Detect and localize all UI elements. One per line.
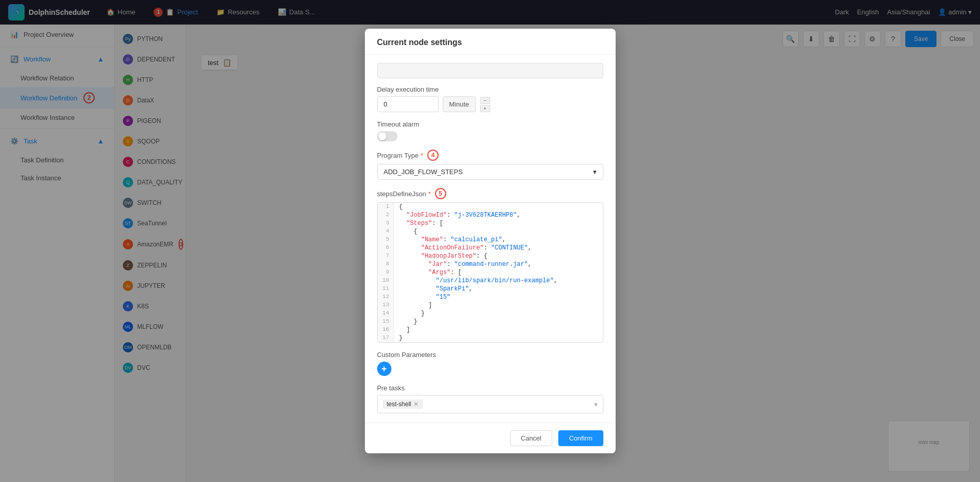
code-line: 11 "SparkPi", — [378, 285, 603, 293]
timeout-alarm-group: Timeout alarm — [377, 120, 603, 141]
code-line: 3 "Steps": [ — [378, 219, 603, 227]
line-number: 4 — [378, 227, 394, 236]
line-number: 14 — [378, 309, 394, 318]
line-number: 15 — [378, 318, 394, 326]
program-type-badge: 4 — [427, 150, 439, 161]
pre-tasks-label: Pre tasks — [377, 384, 603, 392]
line-number: 2 — [378, 211, 394, 219]
delay-unit-label: Minute — [443, 96, 476, 112]
line-content: "Name": "calculate_pi", — [394, 236, 603, 244]
code-line: 16 ] — [378, 326, 603, 334]
line-content: "Args": [ — [394, 268, 603, 277]
line-number: 10 — [378, 277, 394, 285]
code-line: 4 { — [378, 227, 603, 236]
tags-dropdown-icon: ▾ — [594, 401, 598, 408]
stepper-buttons: − + — [480, 97, 490, 112]
line-number: 16 — [378, 326, 394, 334]
pre-tasks-input[interactable]: test-shell ✕ ▾ — [377, 395, 603, 413]
code-line: 6 "ActionOnFailure": "CONTINUE", — [378, 244, 603, 252]
line-number: 17 — [378, 334, 394, 342]
line-content: } — [394, 309, 603, 318]
line-number: 8 — [378, 260, 394, 268]
modal-footer: Cancel Confirm — [365, 423, 616, 453]
code-line: 7 "HadoopJarStep": { — [378, 252, 603, 260]
current-node-settings-modal: Current node settings Delay execution ti… — [365, 29, 616, 453]
steps-define-json-label: stepsDefineJson * 5 — [377, 188, 603, 199]
line-content: ] — [394, 301, 603, 309]
code-editor[interactable]: 1{2 "JobFlowId": "j-3V628TKAERHP8",3 "St… — [377, 202, 603, 343]
modal-header: Current node settings — [365, 29, 616, 55]
pre-tasks-group: Pre tasks test-shell ✕ ▾ — [377, 384, 603, 413]
code-line: 12 "15" — [378, 293, 603, 301]
required-indicator-2: * — [428, 190, 431, 198]
line-content: "15" — [394, 293, 603, 301]
scrolled-content-placeholder — [377, 63, 603, 78]
line-number: 3 — [378, 219, 394, 227]
delay-execution-row: Minute − + — [377, 96, 603, 112]
confirm-button[interactable]: Confirm — [558, 430, 603, 446]
pre-task-tag: test-shell ✕ — [383, 400, 423, 409]
code-line: 17} — [378, 334, 603, 342]
code-line: 1{ — [378, 203, 603, 211]
code-line: 10 "/usr/lib/spark/bin/run-example", — [378, 277, 603, 285]
delay-execution-label: Delay execution time — [377, 86, 603, 93]
line-content: { — [394, 203, 603, 211]
code-line: 15 } — [378, 318, 603, 326]
line-content: ] — [394, 326, 603, 334]
select-arrow-icon: ▾ — [593, 168, 597, 176]
line-number: 13 — [378, 301, 394, 309]
line-content: "SparkPi", — [394, 285, 603, 293]
line-number: 1 — [378, 203, 394, 211]
line-number: 6 — [378, 244, 394, 252]
program-type-label: Program Type * 4 — [377, 150, 603, 161]
delay-execution-group: Delay execution time Minute − + — [377, 86, 603, 112]
line-content: } — [394, 334, 603, 342]
custom-parameters-group: Custom Parameters + — [377, 351, 603, 376]
line-number: 12 — [378, 293, 394, 301]
code-line: 13 ] — [378, 301, 603, 309]
toggle-knob — [378, 132, 386, 140]
line-content: "/usr/lib/spark/bin/run-example", — [394, 277, 603, 285]
program-type-group: Program Type * 4 ADD_JOB_FLOW_STEPS ▾ — [377, 150, 603, 180]
stepper-minus[interactable]: − — [480, 97, 490, 104]
line-number: 9 — [378, 268, 394, 277]
modal-title: Current node settings — [377, 38, 603, 47]
line-content: "JobFlowId": "j-3V628TKAERHP8", — [394, 211, 603, 219]
pre-task-remove-button[interactable]: ✕ — [413, 401, 419, 408]
modal-body: Delay execution time Minute − + Timeout … — [365, 55, 616, 422]
custom-parameters-label: Custom Parameters — [377, 351, 603, 359]
line-content: "HadoopJarStep": { — [394, 252, 603, 260]
line-number: 7 — [378, 252, 394, 260]
line-content: } — [394, 318, 603, 326]
code-line: 9 "Args": [ — [378, 268, 603, 277]
stepper-plus[interactable]: + — [480, 105, 490, 112]
steps-define-json-badge: 5 — [435, 188, 446, 199]
code-line: 2 "JobFlowId": "j-3V628TKAERHP8", — [378, 211, 603, 219]
line-number: 11 — [378, 285, 394, 293]
line-content: "Steps": [ — [394, 219, 603, 227]
program-type-select[interactable]: ADD_JOB_FLOW_STEPS ▾ — [377, 164, 603, 180]
line-content: "Jar": "command-runner.jar", — [394, 260, 603, 268]
required-indicator: * — [421, 152, 423, 159]
steps-define-json-group: stepsDefineJson * 5 1{2 "JobFlowId": "j-… — [377, 188, 603, 343]
line-content: { — [394, 227, 603, 236]
timeout-alarm-label: Timeout alarm — [377, 120, 603, 128]
line-number: 5 — [378, 236, 394, 244]
code-line: 8 "Jar": "command-runner.jar", — [378, 260, 603, 268]
pre-task-tag-label: test-shell — [387, 401, 411, 408]
add-custom-parameter-button[interactable]: + — [377, 362, 391, 376]
timeout-alarm-toggle[interactable] — [377, 131, 398, 141]
code-line: 5 "Name": "calculate_pi", — [378, 236, 603, 244]
code-line: 14 } — [378, 309, 603, 318]
modal-overlay: Current node settings Delay execution ti… — [0, 0, 980, 482]
cancel-button[interactable]: Cancel — [510, 430, 552, 446]
line-content: "ActionOnFailure": "CONTINUE", — [394, 244, 603, 252]
delay-value-input[interactable] — [377, 96, 439, 112]
